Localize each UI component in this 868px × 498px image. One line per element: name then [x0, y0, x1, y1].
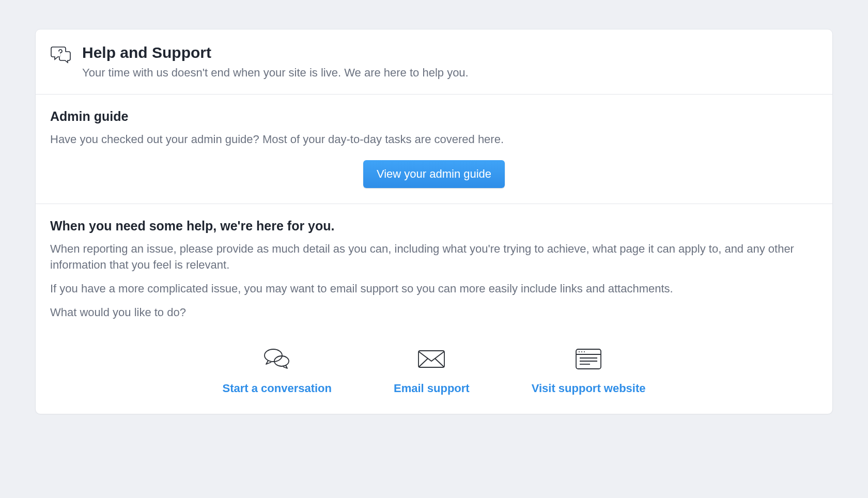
svg-rect-3 [419, 351, 444, 367]
chat-icon [262, 347, 292, 371]
view-admin-guide-button[interactable]: View your admin guide [363, 160, 505, 188]
page-subtitle: Your time with us doesn't end when your … [82, 65, 469, 81]
card-header: Help and Support Your time with us doesn… [36, 29, 832, 95]
admin-guide-button-row: View your admin guide [50, 160, 818, 188]
start-conversation-action[interactable]: Start a conversation [222, 347, 332, 395]
need-help-p2: If you have a more complicated issue, yo… [50, 281, 818, 297]
svg-point-1 [265, 349, 282, 362]
need-help-heading: When you need some help, we're here for … [50, 219, 818, 234]
admin-guide-description: Have you checked out your admin guide? M… [50, 131, 818, 148]
need-help-section: When you need some help, we're here for … [36, 204, 832, 414]
svg-point-8 [584, 351, 585, 352]
need-help-p1: When reporting an issue, please provide … [50, 241, 818, 274]
help-support-icon [50, 44, 73, 66]
admin-guide-section: Admin guide Have you checked out your ad… [36, 95, 832, 204]
svg-rect-4 [576, 349, 601, 369]
svg-point-0 [60, 55, 60, 55]
visit-support-website-action[interactable]: Visit support website [532, 347, 646, 395]
visit-support-website-label: Visit support website [532, 382, 646, 395]
browser-window-icon [575, 347, 602, 371]
need-help-p3: What would you like to do? [50, 304, 818, 321]
admin-guide-heading: Admin guide [50, 109, 818, 124]
email-support-label: Email support [394, 382, 470, 395]
email-support-action[interactable]: Email support [394, 347, 470, 395]
svg-point-6 [579, 351, 580, 352]
envelope-icon [417, 347, 446, 371]
help-support-card: Help and Support Your time with us doesn… [35, 29, 833, 414]
start-conversation-label: Start a conversation [222, 382, 332, 395]
svg-point-7 [581, 351, 582, 352]
support-actions: Start a conversation Email support [50, 347, 818, 395]
page-title: Help and Support [82, 44, 469, 61]
header-text: Help and Support Your time with us doesn… [82, 44, 469, 81]
